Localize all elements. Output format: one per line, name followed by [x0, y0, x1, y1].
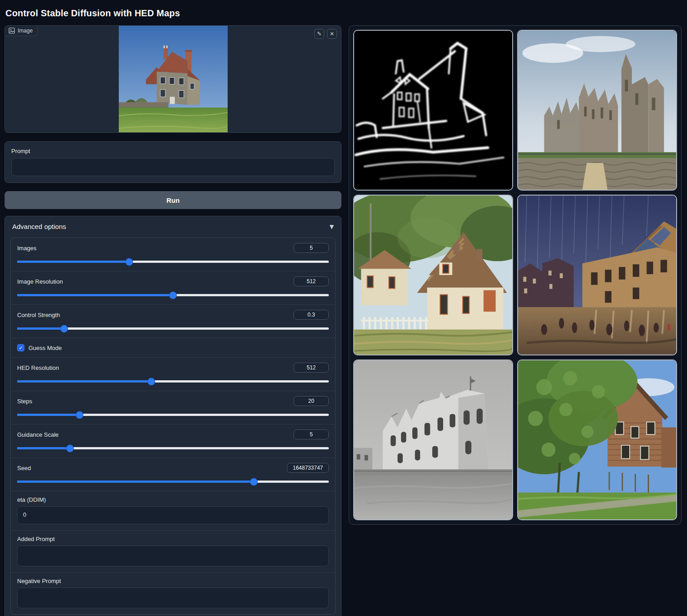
- hed-map-graphic: [354, 31, 512, 190]
- cathedral-graphic: [518, 31, 676, 190]
- image-resolution-slider[interactable]: [17, 291, 329, 299]
- steps-label: Steps: [17, 398, 32, 405]
- page-title: Control Stable Diffusion with HED Maps: [5, 8, 682, 19]
- prompt-input[interactable]: [11, 158, 335, 176]
- added-prompt-row: Added Prompt: [11, 531, 335, 573]
- slider-thumb[interactable]: [126, 258, 133, 265]
- steps-value-input[interactable]: 20: [294, 396, 329, 406]
- slider-thumb[interactable]: [170, 292, 177, 299]
- slider-thumb[interactable]: [148, 378, 154, 385]
- slider-fill: [17, 327, 64, 330]
- images-row: Images 5: [11, 238, 335, 271]
- added-prompt-label: Added Prompt: [17, 536, 329, 542]
- control-strength-slider[interactable]: [17, 325, 329, 332]
- hed-resolution-value-input[interactable]: 512: [294, 363, 329, 373]
- slider-thumb[interactable]: [61, 325, 67, 332]
- seed-row: Seed 1648733747: [11, 458, 335, 491]
- gallery-image-3[interactable]: [353, 195, 513, 355]
- slider-fill: [17, 481, 254, 483]
- app-root: Control Stable Diffusion with HED Maps I…: [0, 0, 687, 616]
- night-painting-graphic: [518, 196, 676, 355]
- prompt-label: Prompt: [11, 148, 335, 154]
- gallery-image-6[interactable]: [517, 359, 677, 520]
- check-icon: ✓: [19, 345, 23, 350]
- advanced-options-form: Images 5 Image Resolution 512: [10, 238, 336, 615]
- control-strength-label: Control Strength: [17, 312, 60, 318]
- brick-house-graphic: [518, 360, 676, 519]
- seed-label: Seed: [17, 465, 31, 471]
- grayscale-building-graphic: [354, 360, 512, 519]
- added-prompt-input[interactable]: [17, 546, 329, 566]
- image-resolution-value-input[interactable]: 512: [294, 276, 329, 286]
- uploaded-image: [119, 26, 228, 132]
- slider-thumb[interactable]: [251, 478, 257, 485]
- slider-fill: [17, 380, 151, 383]
- slider-fill: [17, 294, 173, 296]
- images-slider[interactable]: [17, 258, 329, 265]
- seed-value-input[interactable]: 1648733747: [287, 463, 329, 473]
- slider-fill: [17, 447, 70, 449]
- chevron-down-icon: ▼: [330, 224, 334, 230]
- controls-column: Image ✎ ✕: [5, 25, 341, 616]
- close-icon: ✕: [330, 31, 334, 37]
- result-gallery: [349, 25, 682, 525]
- slider-fill: [17, 414, 79, 416]
- guess-mode-checkbox[interactable]: ✓: [17, 344, 24, 351]
- clear-image-button[interactable]: ✕: [327, 29, 337, 39]
- uploaded-image-graphic: [119, 26, 228, 132]
- hed-resolution-row: HED Resolution 512: [11, 358, 335, 391]
- slider-thumb[interactable]: [76, 411, 83, 418]
- image-resolution-row: Image Resolution 512: [11, 271, 335, 305]
- slider-fill: [17, 261, 129, 263]
- cottage-graphic: [354, 196, 512, 355]
- advanced-options-header[interactable]: Advanced options ▼: [5, 216, 341, 236]
- images-value-input[interactable]: 5: [294, 243, 329, 253]
- seed-slider[interactable]: [17, 478, 329, 485]
- advanced-options-label: Advanced options: [12, 223, 66, 230]
- gallery-image-1[interactable]: [353, 30, 513, 191]
- gallery-image-4[interactable]: [517, 195, 677, 355]
- guidance-scale-slider[interactable]: [17, 444, 329, 452]
- guidance-scale-value-input[interactable]: 5: [294, 429, 329, 439]
- eta-input[interactable]: 0: [17, 506, 329, 524]
- guidance-scale-row: Guidance Scale 5: [11, 425, 335, 458]
- image-resolution-label: Image Resolution: [17, 278, 63, 285]
- hed-resolution-label: HED Resolution: [17, 364, 59, 371]
- image-icon: [9, 28, 15, 34]
- gallery-image-2[interactable]: [517, 30, 677, 191]
- slider-thumb[interactable]: [67, 445, 74, 452]
- edit-image-button[interactable]: ✎: [314, 29, 324, 39]
- control-strength-row: Control Strength 0.3: [11, 305, 335, 338]
- eta-row: eta (DDIM) 0: [11, 491, 335, 531]
- guess-mode-row: ✓ Guess Mode: [11, 338, 335, 358]
- eta-label: eta (DDIM): [17, 496, 329, 503]
- control-strength-value-input[interactable]: 0.3: [294, 310, 329, 320]
- pencil-icon: ✎: [317, 31, 322, 37]
- hed-resolution-slider[interactable]: [17, 378, 329, 385]
- negative-prompt-row: Negative Prompt: [11, 573, 335, 614]
- guidance-scale-label: Guidance Scale: [17, 431, 59, 438]
- images-label: Images: [17, 245, 37, 252]
- steps-slider[interactable]: [17, 411, 329, 418]
- steps-row: Steps 20: [11, 391, 335, 425]
- prompt-block: Prompt: [5, 141, 341, 183]
- input-image-component[interactable]: Image ✎ ✕: [5, 25, 341, 133]
- gallery-image-5[interactable]: [353, 359, 513, 520]
- image-component-label: Image: [5, 26, 37, 36]
- negative-prompt-label: Negative Prompt: [17, 578, 329, 584]
- run-button[interactable]: Run: [5, 191, 341, 209]
- advanced-options-accordion: Advanced options ▼ Images 5: [5, 216, 341, 616]
- negative-prompt-input[interactable]: [17, 588, 329, 608]
- guess-mode-label: Guess Mode: [28, 345, 62, 351]
